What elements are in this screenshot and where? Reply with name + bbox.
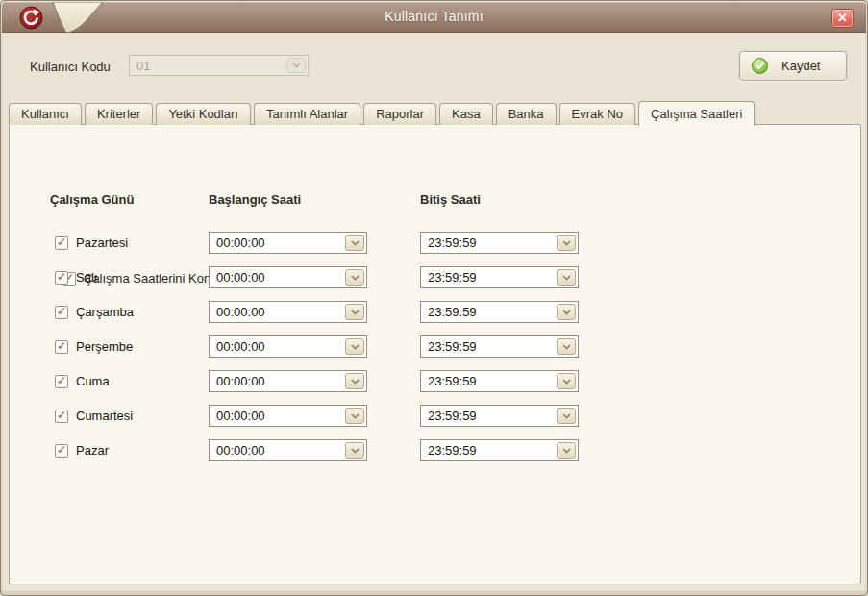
day-row: Salı 00:00:00 23:59:59 bbox=[55, 266, 860, 288]
column-headers: Çalışma Günü Başlangıç Saati Bitiş Saati bbox=[10, 192, 860, 207]
tab-label: Raporlar bbox=[376, 107, 424, 121]
tab[interactable]: Kasa bbox=[439, 103, 493, 125]
start-time-combo[interactable]: 00:00:00 bbox=[209, 405, 367, 427]
chevron-down-icon bbox=[562, 448, 571, 454]
tab-label: Kasa bbox=[452, 107, 481, 121]
day-cell: Pazar bbox=[55, 443, 209, 458]
end-time-combo[interactable]: 23:59:59 bbox=[420, 301, 579, 323]
start-time-combo[interactable]: 00:00:00 bbox=[209, 266, 367, 288]
start-time-dropdown-button[interactable] bbox=[345, 442, 364, 459]
start-time-combo[interactable]: 00:00:00 bbox=[209, 301, 367, 323]
tab-label: Çalışma Saatleri bbox=[651, 107, 742, 121]
chevron-down-icon bbox=[351, 413, 360, 419]
day-label: Cumartesi bbox=[76, 409, 133, 423]
chevron-down-icon bbox=[351, 240, 360, 246]
chevron-down-icon bbox=[351, 344, 360, 350]
day-checkbox[interactable] bbox=[55, 271, 68, 285]
day-label: Cuma bbox=[76, 374, 110, 388]
end-time-combo[interactable]: 23:59:59 bbox=[420, 232, 579, 254]
end-time-combo[interactable]: 23:59:59 bbox=[420, 266, 579, 288]
day-checkbox[interactable] bbox=[55, 410, 68, 423]
start-time-combo[interactable]: 00:00:00 bbox=[209, 439, 367, 461]
day-checkbox[interactable] bbox=[55, 340, 68, 354]
day-label: Pazar bbox=[76, 443, 109, 458]
tab[interactable]: Evrak No bbox=[559, 103, 635, 125]
user-code-combo: 01 bbox=[129, 55, 309, 76]
end-time-value: 23:59:59 bbox=[421, 233, 578, 250]
end-time-combo[interactable]: 23:59:59 bbox=[420, 405, 579, 427]
save-button[interactable]: Kaydet bbox=[739, 51, 847, 81]
start-time-dropdown-button[interactable] bbox=[345, 235, 364, 251]
end-time-dropdown-button[interactable] bbox=[557, 408, 576, 424]
tab-label: Tanımlı Alanlar bbox=[266, 107, 348, 121]
day-checkbox[interactable] bbox=[55, 306, 68, 319]
chevron-down-icon bbox=[351, 310, 360, 315]
day-row: Cuma 00:00:00 23:59:59 bbox=[55, 370, 860, 392]
end-time-combo[interactable]: 23:59:59 bbox=[420, 370, 579, 392]
tab[interactable]: Kriterler bbox=[85, 103, 154, 125]
start-time-value: 00:00:00 bbox=[210, 267, 366, 285]
start-time-value: 00:00:00 bbox=[210, 406, 366, 423]
day-checkbox[interactable] bbox=[55, 375, 68, 388]
close-button[interactable]: ✕ bbox=[831, 9, 854, 28]
column-header-day: Çalışma Günü bbox=[50, 192, 209, 207]
tab[interactable]: Yetki Kodları bbox=[156, 103, 251, 125]
tab[interactable]: Banka bbox=[496, 103, 557, 125]
chevron-down-icon bbox=[351, 379, 360, 385]
end-time-dropdown-button[interactable] bbox=[557, 442, 576, 459]
tab[interactable]: Raporlar bbox=[363, 103, 436, 125]
tab[interactable]: Tanımlı Alanlar bbox=[254, 103, 360, 125]
day-checkbox[interactable] bbox=[55, 444, 68, 458]
day-label: Pazartesi bbox=[76, 236, 128, 250]
chevron-down-icon bbox=[351, 448, 360, 454]
chevron-down-icon bbox=[562, 310, 571, 315]
day-cell: Cumartesi bbox=[55, 409, 209, 423]
day-cell: Salı bbox=[55, 270, 209, 285]
end-time-dropdown-button[interactable] bbox=[557, 269, 576, 286]
start-time-value: 00:00:00 bbox=[210, 336, 366, 354]
end-time-dropdown-button[interactable] bbox=[557, 373, 576, 389]
user-code-dropdown-button bbox=[286, 58, 306, 73]
start-time-combo[interactable]: 00:00:00 bbox=[209, 370, 367, 392]
end-time-dropdown-button[interactable] bbox=[557, 338, 576, 355]
day-checkbox[interactable] bbox=[55, 236, 68, 250]
start-time-dropdown-button[interactable] bbox=[345, 373, 364, 389]
chevron-down-icon bbox=[562, 344, 571, 350]
chevron-down-icon bbox=[562, 240, 571, 246]
end-time-combo[interactable]: 23:59:59 bbox=[420, 439, 579, 461]
tab-label: Kriterler bbox=[97, 107, 141, 121]
tab[interactable]: Kullanıcı bbox=[9, 103, 82, 125]
chevron-down-icon bbox=[562, 413, 571, 419]
end-time-value: 23:59:59 bbox=[421, 267, 578, 285]
start-time-dropdown-button[interactable] bbox=[345, 269, 364, 286]
day-row: Pazar 00:00:00 23:59:59 bbox=[55, 439, 860, 461]
end-time-value: 23:59:59 bbox=[421, 440, 578, 458]
start-time-combo[interactable]: 00:00:00 bbox=[209, 232, 367, 254]
end-time-dropdown-button[interactable] bbox=[557, 235, 576, 251]
tab-strip: Kullanıcı Kriterler Yetki Kodları Tanıml… bbox=[9, 100, 859, 125]
chevron-down-icon bbox=[562, 379, 571, 385]
start-time-dropdown-button[interactable] bbox=[345, 408, 364, 424]
day-row: Çarşamba 00:00:00 23:59:59 bbox=[55, 301, 860, 323]
chevron-down-icon bbox=[292, 62, 301, 68]
column-header-end: Bitiş Saati bbox=[420, 192, 481, 207]
end-time-value: 23:59:59 bbox=[421, 406, 578, 423]
user-code-label: Kullanıcı Kodu bbox=[30, 60, 111, 74]
end-time-dropdown-button[interactable] bbox=[557, 304, 576, 320]
end-time-value: 23:59:59 bbox=[421, 371, 578, 388]
day-label: Salı bbox=[76, 270, 97, 285]
start-time-value: 00:00:00 bbox=[210, 371, 366, 388]
user-code-value: 01 bbox=[130, 56, 308, 73]
day-cell: Cuma bbox=[55, 374, 209, 388]
day-row: Perşembe 00:00:00 23:59:59 bbox=[55, 335, 860, 358]
start-time-dropdown-button[interactable] bbox=[345, 338, 364, 355]
user-definition-dialog: Kullanıcı Tanımı ✕ Kullanıcı Kodu 01 Kay… bbox=[0, 0, 868, 596]
end-time-value: 23:59:59 bbox=[421, 302, 578, 319]
start-time-dropdown-button[interactable] bbox=[345, 304, 364, 320]
start-time-combo[interactable]: 00:00:00 bbox=[209, 335, 367, 358]
tab[interactable]: Çalışma Saatleri bbox=[638, 101, 755, 126]
tab-label: Kullanıcı bbox=[21, 107, 69, 121]
end-time-combo[interactable]: 23:59:59 bbox=[420, 335, 579, 358]
tab-label: Evrak No bbox=[572, 107, 623, 121]
column-header-start: Başlangıç Saati bbox=[209, 192, 420, 207]
